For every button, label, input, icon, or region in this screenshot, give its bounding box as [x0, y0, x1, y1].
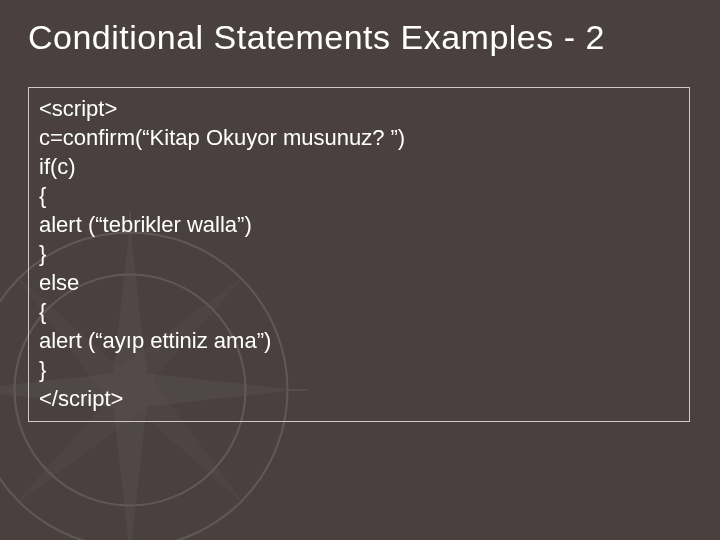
code-line: c=confirm(“Kitap Okuyor musunuz? ”) [39, 123, 679, 152]
code-line: <script> [39, 94, 679, 123]
code-line: if(c) [39, 152, 679, 181]
slide-title: Conditional Statements Examples - 2 [28, 18, 692, 57]
code-line: { [39, 297, 679, 326]
code-line: </script> [39, 384, 679, 413]
code-line: else [39, 268, 679, 297]
code-example-box: <script> c=confirm(“Kitap Okuyor musunuz… [28, 87, 690, 422]
code-line: } [39, 355, 679, 384]
code-line: } [39, 239, 679, 268]
code-line: alert (“tebrikler walla”) [39, 210, 679, 239]
slide-container: Conditional Statements Examples - 2 <scr… [0, 0, 720, 540]
code-line: alert (“ayıp ettiniz ama”) [39, 326, 679, 355]
code-line: { [39, 181, 679, 210]
